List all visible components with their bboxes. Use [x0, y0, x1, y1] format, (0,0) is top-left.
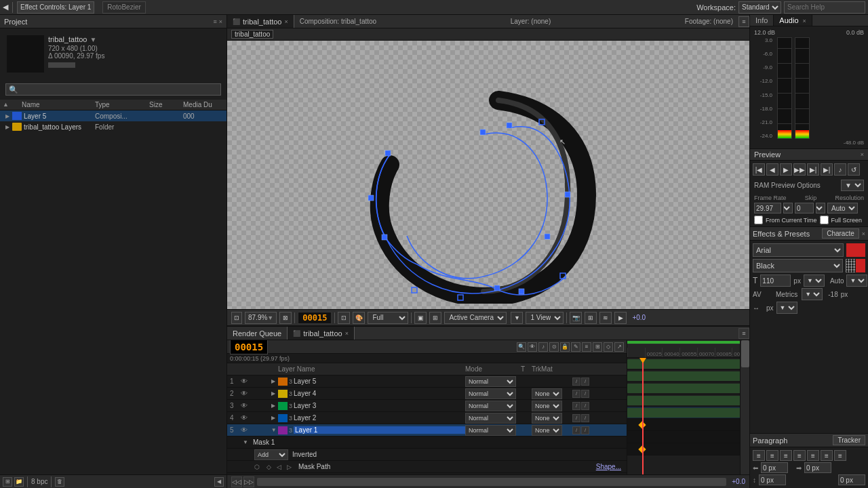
- view-count-dropdown[interactable]: 1 View: [526, 312, 564, 324]
- info-tab[interactable]: Info: [750, 15, 774, 26]
- switch-2-2[interactable]: /: [581, 414, 589, 422]
- keys-btn[interactable]: ◇: [604, 342, 613, 352]
- audio-tab-close[interactable]: ×: [803, 18, 806, 24]
- graph-btn[interactable]: ↗: [614, 342, 624, 352]
- mask-path-next-btn[interactable]: ▷: [287, 464, 292, 470]
- prev-frame-btn[interactable]: ◀: [766, 163, 778, 176]
- layer-trk-4[interactable]: None: [532, 388, 572, 399]
- collapse-icon-4[interactable]: ▶: [271, 390, 278, 396]
- justify-all-btn[interactable]: ≡: [834, 450, 846, 461]
- fr-spinner[interactable]: ▼: [783, 203, 793, 214]
- vis-icon-1[interactable]: 👁: [241, 426, 248, 434]
- collapse-icon-1[interactable]: ▼: [271, 427, 278, 433]
- new-folder-btn[interactable]: 📁: [14, 477, 24, 487]
- framerate-input[interactable]: [754, 203, 781, 214]
- comp-panel-btn[interactable]: ≡: [738, 16, 749, 27]
- render-queue-tab[interactable]: Render Queue: [227, 327, 288, 340]
- viewer-snap-btn[interactable]: ⊡: [231, 312, 242, 324]
- prev-keyframe-btn[interactable]: ◁◁: [231, 476, 242, 487]
- mask-path-row[interactable]: ⬡ ◇ ◁ ▷ Mask Path Shape...: [227, 461, 627, 473]
- shape-link[interactable]: Shape...: [596, 463, 627, 470]
- scroll-thumb-h[interactable]: [257, 478, 726, 486]
- fill-swatch[interactable]: [856, 259, 865, 272]
- last-frame-btn[interactable]: ▶|: [821, 163, 833, 176]
- audio-btn[interactable]: ♪: [538, 342, 548, 352]
- render-btn[interactable]: ▶: [614, 312, 627, 324]
- resolution-dropdown[interactable]: Auto Full Half: [827, 203, 858, 214]
- layer-row-3[interactable]: 3 👁 ▶ 3 Layer 3 Normal: [227, 400, 627, 412]
- name-col-header[interactable]: Name: [22, 101, 95, 108]
- scroll-thumb-v[interactable]: [741, 340, 749, 367]
- file-item-folder[interactable]: ▶ tribal_tattoo Layers Folder: [0, 121, 226, 132]
- mode-dropdown-4[interactable]: Normal: [465, 388, 516, 399]
- metrics-dropdown[interactable]: ▼: [802, 288, 823, 300]
- grid-btn[interactable]: ⊞: [585, 312, 597, 324]
- layer-trk-1[interactable]: None: [532, 425, 572, 436]
- view-mode-dropdown[interactable]: Active Camera: [444, 312, 507, 324]
- layer-mode-2[interactable]: Normal: [465, 413, 521, 424]
- mode-dropdown-1[interactable]: Normal: [465, 425, 516, 436]
- mode-dropdown-2[interactable]: Normal: [465, 413, 516, 424]
- indent-left-input[interactable]: [761, 462, 788, 473]
- work-area-green[interactable]: [627, 341, 749, 344]
- mode-dropdown-3[interactable]: Normal: [465, 401, 516, 411]
- lock-btn[interactable]: 🔒: [560, 342, 570, 352]
- comment-btn[interactable]: ✎: [571, 342, 580, 352]
- collapse-icon-2[interactable]: ▶: [271, 415, 278, 421]
- switches-btn[interactable]: ⊞: [593, 342, 602, 352]
- vis-icon-2[interactable]: 👁: [241, 414, 248, 422]
- inverted-label[interactable]: Inverted: [292, 451, 317, 458]
- justify-left-btn[interactable]: ≡: [793, 450, 806, 461]
- switch-5-2[interactable]: /: [581, 378, 589, 386]
- switch-4-1[interactable]: /: [572, 390, 580, 398]
- layer-mode-1[interactable]: Normal: [465, 425, 521, 436]
- auto-dropdown[interactable]: ▼: [846, 274, 867, 287]
- comp-tab-close[interactable]: ×: [284, 18, 288, 25]
- mask1-row[interactable]: ▼ Mask 1: [227, 436, 627, 449]
- view-mode-arrow[interactable]: ▼: [511, 312, 523, 324]
- media-col-header[interactable]: Media Du: [183, 101, 224, 108]
- color-btn[interactable]: 🎨: [353, 312, 365, 324]
- tracker-tab[interactable]: Tracker: [833, 435, 865, 445]
- layer-mode-5[interactable]: Normal: [465, 376, 521, 387]
- px-dropdown[interactable]: ▼: [776, 302, 797, 314]
- layer-trk-2[interactable]: None: [532, 413, 572, 424]
- panel-close-btn[interactable]: ×: [219, 18, 222, 25]
- switch-1-2[interactable]: /: [581, 426, 589, 434]
- trk-dropdown-1[interactable]: None: [532, 425, 562, 436]
- mode-dropdown-5[interactable]: Normal: [465, 376, 516, 387]
- color-mode-dropdown[interactable]: Full Half Quarter: [368, 312, 408, 324]
- track-2[interactable]: [627, 394, 749, 407]
- text-color-swatch[interactable]: [846, 243, 865, 257]
- solo-btn[interactable]: ⊙: [549, 342, 559, 352]
- align-right-btn[interactable]: ≡: [780, 450, 792, 461]
- search-layers-btn[interactable]: 🔍: [517, 342, 526, 352]
- collapse-icon-5[interactable]: ▶: [271, 378, 278, 384]
- track-mask-blend[interactable]: [627, 431, 749, 443]
- layer-mode-4[interactable]: Normal: [465, 388, 521, 399]
- justify-right-btn[interactable]: ≡: [821, 450, 833, 461]
- search-help-input[interactable]: [784, 1, 865, 14]
- workspace-dropdown[interactable]: Standard: [738, 1, 781, 14]
- comp-timeline-tab[interactable]: ⬛ tribal_tattoo ×: [288, 327, 355, 340]
- panel-menu-btn[interactable]: ≡: [213, 18, 216, 25]
- track-mask-path[interactable]: [627, 443, 749, 455]
- size-col-header[interactable]: Size: [149, 101, 183, 108]
- switch-3-1[interactable]: /: [572, 402, 580, 410]
- project-search-input[interactable]: [5, 83, 221, 96]
- trk-dropdown-2[interactable]: None: [532, 413, 562, 424]
- collapse-icon-3[interactable]: ▶: [271, 403, 278, 409]
- layer-row-4[interactable]: 2 👁 ▶ 3 Layer 4 Normal: [227, 388, 627, 400]
- cam-btn[interactable]: 📷: [570, 312, 582, 324]
- font-dropdown[interactable]: Arial: [753, 243, 844, 257]
- spacing-input-2[interactable]: [838, 474, 865, 485]
- mask-path-keyframe-btn[interactable]: ◇: [267, 464, 271, 470]
- trash-btn[interactable]: 🗑: [55, 477, 64, 487]
- font-size-input[interactable]: [760, 274, 791, 287]
- timeline-panel-btn[interactable]: ≡: [738, 328, 749, 339]
- toggle-pixels-btn[interactable]: ⊡: [338, 312, 350, 324]
- switch-5-1[interactable]: /: [572, 378, 580, 386]
- mask-blend-dropdown[interactable]: Add Subtract Intersect None: [254, 449, 288, 460]
- switch-2-1[interactable]: /: [572, 414, 580, 422]
- spacing-input[interactable]: [759, 474, 786, 485]
